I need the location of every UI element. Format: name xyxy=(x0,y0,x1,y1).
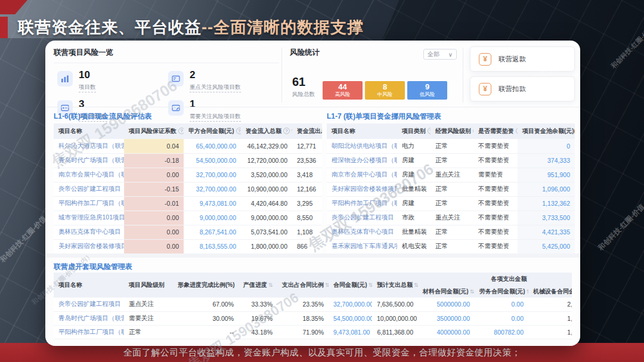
advance-cell: 不需要垫资 xyxy=(473,139,518,153)
col-label: 合同金额(元) xyxy=(333,281,367,288)
col-contract-amount[interactable]: 甲方合同金额(元)?⇅ xyxy=(184,123,241,139)
col-risk-coefficient[interactable]: 项目风险保证系数?⇅ xyxy=(124,123,184,139)
advance-cell: 不需要垫资 xyxy=(473,182,518,196)
help-icon[interactable]: ? xyxy=(283,128,290,134)
high-risk-box[interactable]: 44 高风险 xyxy=(323,81,363,100)
help-icon[interactable]: ? xyxy=(236,128,241,134)
sort-icon[interactable]: ⇅ xyxy=(291,128,292,134)
table-row[interactable]: 奥林匹克体育中心项目（... 0.00 8,267,541.00 5,073,5… xyxy=(54,225,322,239)
medium-risk-box[interactable]: 8 中风险 xyxy=(365,81,405,100)
title-accent-bar xyxy=(0,17,8,38)
table-row[interactable]: 南京市会展中心项目（联... 0.00 32,700,000.00 3,520,… xyxy=(54,168,322,182)
col-project-name[interactable]: 项目名称 xyxy=(54,123,124,139)
col-operation-risk[interactable]: 经营风险级别? xyxy=(431,123,473,139)
divider xyxy=(463,48,463,103)
table-row[interactable]: 南京市会展中心项目（联... 房建 重点关注 需要垫资 951,900 xyxy=(327,168,575,182)
col-labor-contract[interactable]: 劳务合同金额(元)⇅ xyxy=(475,285,528,298)
sort-icon[interactable]: ⇅ xyxy=(470,289,475,295)
chevron-down-icon: ∨ xyxy=(448,51,453,58)
help-icon[interactable]: ? xyxy=(473,128,473,134)
col-category[interactable]: 项目类别? xyxy=(397,123,431,139)
project-name-link[interactable]: 南京市会展中心项目（联... xyxy=(54,168,124,182)
high-risk-label: 高风险 xyxy=(323,91,363,97)
table-row[interactable]: 平阳构件加工厂项目（联... 房建 正常 不需要垫资 1,132,362 xyxy=(327,196,575,211)
project-name-link[interactable]: 平阳构件加工厂项目（联营） xyxy=(54,325,124,339)
table-row[interactable]: 炎帝公园扩建工程项目（... 市政 重点关注 不需要垫资 3,733,500 xyxy=(327,211,575,225)
cashout-table-title: 联营虚开套现风险管理表 xyxy=(54,262,132,272)
project-name-link[interactable]: 美好家园宿舍楼装修项目... xyxy=(54,239,124,253)
sort-icon[interactable]: ⇅ xyxy=(414,282,418,288)
project-name-link[interactable]: 炎帝公园扩建工程项目（... xyxy=(327,211,397,225)
col-fund-pool-balance[interactable]: 项目资金池余额(元)(元)? xyxy=(518,123,575,139)
col-machine-contract[interactable]: 机械设备合同金额(元)⇅ xyxy=(528,285,572,298)
category-cell: 房建 xyxy=(397,153,431,168)
risk-level-cell: 正常 xyxy=(124,325,173,339)
table-row[interactable]: 美好家园宿舍楼装修项目... 0.00 8,163,555.00 1,800,0… xyxy=(54,239,322,253)
table-row[interactable]: 橙深物业办公楼项目（联... 房建 正常 不需要垫资 374,333 xyxy=(327,153,575,168)
table-row[interactable]: 炎帝公园扩建工程项目（联... 重点关注 67.00% 33.33% 23.35… xyxy=(54,298,572,311)
risk-level-cell: 重点关注 xyxy=(124,298,173,311)
col-inflow-total[interactable]: 资金流入总额?⇅ xyxy=(241,123,292,139)
project-name-link[interactable]: 南京市会展中心项目（联... xyxy=(327,168,397,182)
sort-icon[interactable]: ⇅ xyxy=(325,282,329,288)
project-name-link[interactable]: 嘉禾家园地下车库通风项... xyxy=(327,239,397,253)
help-icon[interactable]: ? xyxy=(516,128,518,134)
table-row[interactable]: 嘉禾家园地下车库通风项... 机电安装 正常 不需要垫资 5,425,000 xyxy=(327,239,575,253)
project-name-link[interactable]: 奥林匹克体育中心项目（... xyxy=(54,225,124,239)
table-row[interactable]: 青岛时代广场项目（联营） -0.18 54,500,000.00 12,720,… xyxy=(54,153,322,168)
col-expense-ratio[interactable]: 支出占合同比例⇅ xyxy=(277,273,329,298)
table-row[interactable]: 青岛时代广场项目（联营） 需要关注 30.00% 19.67% 18.35% 5… xyxy=(54,311,572,325)
risk-level-cell: 重点关注 xyxy=(431,211,473,225)
project-name-link[interactable]: 平阳构件加工厂项目（联... xyxy=(54,196,124,211)
table-row[interactable]: 平阳构件加工厂项目（联... -0.01 9,473,081.00 4,420,… xyxy=(54,196,322,211)
col-material-contract[interactable]: 材料合同金额(元)⇅ xyxy=(418,285,475,298)
category-cell: 房建 xyxy=(397,168,431,182)
col-project-name[interactable]: 项目名称 xyxy=(327,123,397,139)
risk-filter-dropdown[interactable]: 全部 ∨ xyxy=(423,49,457,60)
table-row[interactable]: 科尔沁大酒店项目（联营） 0.04 65,400,000.00 46,142,3… xyxy=(54,139,322,153)
help-icon[interactable]: ? xyxy=(178,128,184,134)
stat-label[interactable]: 需要关注风险项目数 xyxy=(190,113,241,122)
stat-label[interactable]: 项目数 xyxy=(79,83,96,92)
table-row[interactable]: 奥林匹克体育中心项目（... 批量精装 正常 不需要垫资 4,421,335 xyxy=(327,225,575,239)
project-name-link[interactable]: 橙深物业办公楼项目（联... xyxy=(327,153,397,168)
project-name-link[interactable]: 城市管理应急房101项目... xyxy=(54,211,124,225)
col-outflow-total[interactable]: 资金流出总额?⇅ xyxy=(292,123,322,139)
table-row[interactable]: 朝阳北站供电站项目（联... 电力 正常 不需要垫资 0 xyxy=(327,139,575,153)
project-name-link[interactable]: 美好家园宿舍楼装修项目... xyxy=(327,182,397,196)
col-output-progress[interactable]: 产值进度⇅ xyxy=(239,273,277,298)
table-row[interactable]: 炎帝公园扩建工程项目（... -0.15 32,700,000.00 10,90… xyxy=(54,182,322,196)
sort-icon[interactable]: ⇅ xyxy=(268,282,273,288)
table-row[interactable]: 城市管理应急房101项目... 0.00 9,000,000.00 9,000,… xyxy=(54,211,322,225)
sort-icon[interactable]: ⇅ xyxy=(527,289,528,295)
project-name-link[interactable]: 奥林匹克体育中心项目（... xyxy=(327,225,397,239)
project-name-link[interactable]: 炎帝公园扩建工程项目（联... xyxy=(54,298,124,311)
col-estimated-expense[interactable]: 预计支出总额⇅ xyxy=(372,273,418,298)
joint-deduction-button[interactable]: ¥ 联营扣款 xyxy=(470,76,575,101)
risk-level-cell: 正常 xyxy=(431,182,473,196)
project-name-link[interactable]: 青岛时代广场项目（联营） xyxy=(54,153,124,168)
project-name-link[interactable]: 炎帝公园扩建工程项目（... xyxy=(54,182,124,196)
sort-icon[interactable]: ⇅ xyxy=(369,282,372,288)
table-row[interactable]: 美好家园宿舍楼装修项目... 批量精装 正常 不需要垫资 1,096,000 xyxy=(327,182,575,196)
stat-label[interactable]: 重点关注风险项目数 xyxy=(190,83,241,92)
project-name-link[interactable]: 朝阳北站供电站项目（联... xyxy=(327,139,397,153)
col-image-progress[interactable]: 形象进度完成比例(%) xyxy=(173,273,239,298)
project-name-link[interactable]: 青岛时代广场项目（联营） xyxy=(54,311,124,325)
project-name-link[interactable]: 科尔沁大酒店项目（联营） xyxy=(54,139,124,153)
col-label: 产值进度 xyxy=(243,281,267,288)
col-need-advance[interactable]: 是否需要垫资? xyxy=(473,123,518,139)
table-row[interactable]: 平阳构件加工厂项目（联营） 正常 -- 43.18% 71.90% 9,473,… xyxy=(54,325,572,339)
help-icon[interactable]: ? xyxy=(428,128,431,134)
money-pouch-icon: ¥ xyxy=(479,53,491,66)
col-risk-level[interactable]: 项目风险级别 xyxy=(124,273,173,298)
joint-refund-button[interactable]: ¥ 联营返款 xyxy=(470,47,575,72)
col-project-name[interactable]: 项目名称 xyxy=(54,273,124,298)
risk-level-cell: 重点关注 xyxy=(431,168,473,182)
project-name-link[interactable]: 平阳构件加工厂项目（联... xyxy=(327,196,397,211)
image-progress-cell: 30.00% xyxy=(173,311,239,325)
low-risk-box[interactable]: 9 低风险 xyxy=(407,81,447,100)
coefficient-cell: -0.18 xyxy=(124,153,184,168)
medium-risk-value: 8 xyxy=(365,82,405,91)
col-contract-amount[interactable]: 合同金额(元)⇅ xyxy=(329,273,372,298)
